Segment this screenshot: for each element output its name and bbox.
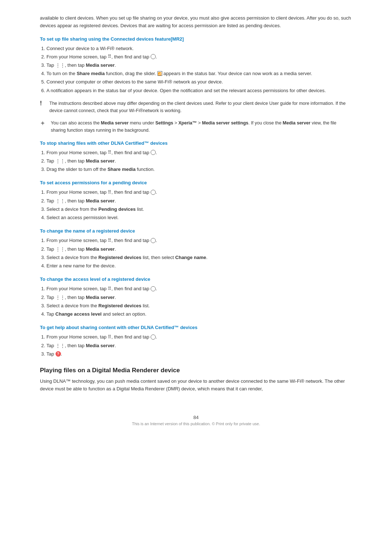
- section-setup-file-sharing: To set up file sharing using the Connect…: [40, 36, 352, 134]
- page-number: 84: [40, 415, 352, 420]
- circle-icon: [151, 238, 156, 243]
- circle-icon: [151, 335, 156, 340]
- section-stop-sharing: To stop sharing files with other DLNA Ce…: [40, 140, 352, 174]
- list-item: To turn on the Share media function, dra…: [46, 70, 352, 78]
- menu-dots-icon: ⋮: [56, 246, 65, 252]
- circle-icon: [151, 286, 156, 291]
- list-item: Tap Change access level and select an op…: [46, 310, 352, 318]
- list-item: Enter a new name for the device.: [46, 262, 352, 270]
- list-item: Select a device from the Pending devices…: [46, 205, 352, 213]
- list-item: From your Home screen, tap ⠿, then find …: [46, 333, 352, 341]
- exclamation-icon: !: [40, 100, 46, 107]
- list-item: Tap ⋮, then tap Media server.: [46, 157, 352, 165]
- list-item: From your Home screen, tap ⠿, then find …: [46, 53, 352, 61]
- apps-icon: ⠿: [108, 333, 111, 341]
- circle-icon: [151, 190, 156, 195]
- section-change-access: To change the access level of a register…: [40, 276, 352, 318]
- tip-text: You can also access the Media server men…: [51, 119, 352, 134]
- note-text: The instructions described above may dif…: [49, 100, 352, 114]
- menu-dots-icon: ⋮: [56, 158, 65, 164]
- section-pending-device: To set access permissions for a pending …: [40, 180, 352, 222]
- section-heading-setup: To set up file sharing using the Connect…: [40, 36, 352, 42]
- list-item: Tap ⋮, then tap Media server.: [46, 342, 352, 350]
- list-item: From your Home screen, tap ⠿, then find …: [46, 188, 352, 197]
- list-item: Tap ⋮, then tap Media server.: [46, 245, 352, 253]
- legal-text: This is an Internet version of this publ…: [40, 422, 352, 426]
- steps-list-stop: From your Home screen, tap ⠿, then find …: [46, 149, 352, 174]
- steps-list-change-name: From your Home screen, tap ⠿, then find …: [46, 237, 352, 270]
- menu-dots-icon: ⋮: [56, 62, 65, 68]
- question-circle-icon: ?: [56, 351, 61, 357]
- steps-list-pending: From your Home screen, tap ⠿, then find …: [46, 188, 352, 222]
- list-item: Drag the slider to turn off the Share me…: [46, 165, 352, 173]
- apps-icon: ⠿: [108, 237, 111, 245]
- list-item: From your Home screen, tap ⠿, then find …: [46, 149, 352, 157]
- circle-icon: [151, 54, 156, 59]
- list-item: Select a device from the Registered devi…: [46, 302, 352, 310]
- tip-star-icon: ✦: [40, 119, 48, 127]
- main-section-heading: Playing files on a Digital Media Rendere…: [40, 367, 352, 374]
- list-item: Tap ?.: [46, 350, 352, 358]
- steps-list-change-access: From your Home screen, tap ⠿, then find …: [46, 285, 352, 318]
- steps-list-setup: Connect your device to a Wi-Fi® network.…: [46, 45, 352, 95]
- apps-icon: ⠿: [108, 188, 111, 196]
- circle-icon: [151, 150, 156, 155]
- menu-dots-icon: ⋮: [56, 343, 65, 348]
- page-footer: 84 This is an Internet version of this p…: [40, 415, 352, 426]
- menu-dots-icon: ⋮: [56, 198, 65, 204]
- section-heading-pending: To set access permissions for a pending …: [40, 180, 352, 185]
- menu-dots-icon: ⋮: [56, 295, 65, 300]
- apps-icon: ⠿: [108, 285, 111, 293]
- note-block: ! The instructions described above may d…: [40, 100, 352, 114]
- apps-icon: ⠿: [108, 53, 111, 61]
- list-item: A notification appears in the status bar…: [46, 87, 352, 95]
- apps-icon: ⠿: [108, 148, 111, 156]
- list-item: From your Home screen, tap ⠿, then find …: [46, 237, 352, 245]
- tip-block: ✦ You can also access the Media server m…: [40, 119, 352, 134]
- list-item: Connect your computer or other devices t…: [46, 78, 352, 86]
- page-content: available to client devices. When you se…: [40, 0, 352, 448]
- section-heading-get-help: To get help about sharing content with o…: [40, 325, 352, 330]
- section-get-help: To get help about sharing content with o…: [40, 325, 352, 358]
- steps-list-get-help: From your Home screen, tap ⠿, then find …: [46, 333, 352, 358]
- status-icon: 📶: [158, 71, 162, 76]
- list-item: Tap ⋮, then tap Media server.: [46, 197, 352, 205]
- list-item: From your Home screen, tap ⠿, then find …: [46, 285, 352, 293]
- section-heading-change-name: To change the name of a registered devic…: [40, 228, 352, 234]
- list-item: Select a device from the Registered devi…: [46, 254, 352, 262]
- main-section-paragraph: Using DLNA™ technology, you can push med…: [40, 378, 352, 393]
- intro-paragraph: available to client devices. When you se…: [40, 15, 352, 30]
- list-item: Select an access permission level.: [46, 214, 352, 222]
- list-item: Tap ⋮, then tap Media server.: [46, 294, 352, 301]
- list-item: Connect your device to a Wi-Fi® network.: [46, 45, 352, 53]
- list-item: Tap ⋮, then tap Media server.: [46, 61, 352, 69]
- section-change-name: To change the name of a registered devic…: [40, 228, 352, 270]
- section-heading-change-access: To change the access level of a register…: [40, 276, 352, 282]
- section-heading-stop: To stop sharing files with other DLNA Ce…: [40, 140, 352, 146]
